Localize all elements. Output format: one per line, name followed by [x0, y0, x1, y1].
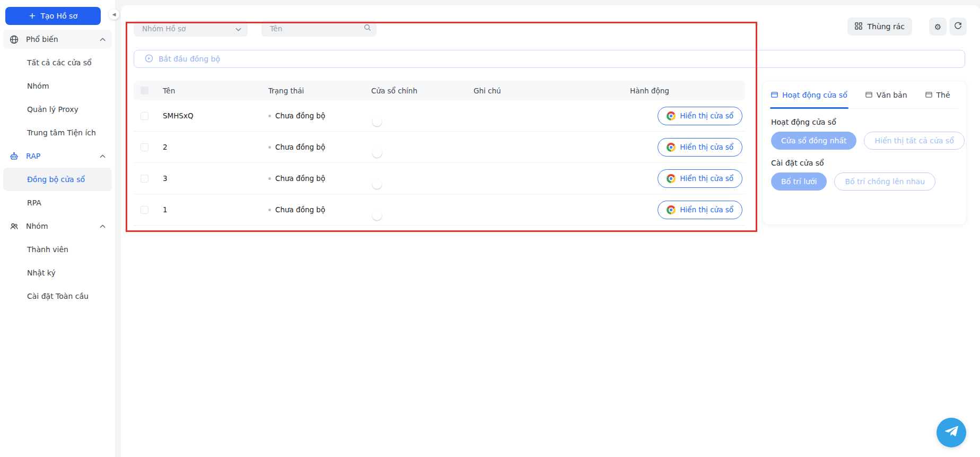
- status-dot: [268, 146, 271, 149]
- gear-icon: ⚙: [934, 23, 941, 31]
- chrome-icon: [667, 205, 676, 214]
- two-people-icon: [10, 222, 19, 231]
- chevron-down-icon: [235, 24, 241, 33]
- show-window-button[interactable]: Hiển thị cửa sổ: [658, 201, 742, 219]
- sidebar-group-team[interactable]: Nhóm: [3, 217, 112, 236]
- trash-button-label: Thùng rác: [867, 22, 905, 31]
- chevron-up-icon: [100, 154, 106, 158]
- row-checkbox[interactable]: [141, 112, 148, 120]
- sidebar-item-label: RPA: [27, 199, 41, 207]
- sidebar: + Tạo Hồ sơ Phổ biến Tất cả các cửa sổ N…: [0, 0, 115, 457]
- status-dot: [268, 115, 271, 117]
- grid-layout-button[interactable]: Bố trí lưới: [771, 173, 827, 191]
- sidebar-group-rap[interactable]: RAP: [3, 146, 112, 166]
- sidebar-item-label: Nhóm: [27, 82, 49, 90]
- create-profile-label: Tạo Hồ sơ: [40, 12, 77, 20]
- row-name: 1: [155, 205, 266, 214]
- sidebar-item-logs[interactable]: Nhật ký: [3, 261, 112, 284]
- status-dot: [268, 209, 271, 211]
- sidebar-item-window-sync[interactable]: Đồng bộ cửa sổ: [3, 168, 112, 191]
- trash-button[interactable]: Thùng rác: [847, 18, 912, 36]
- select-all-checkbox[interactable]: [141, 87, 148, 94]
- refresh-button[interactable]: [949, 18, 967, 36]
- column-header-name: Tên: [155, 87, 266, 95]
- settings-button[interactable]: ⚙: [929, 18, 947, 36]
- chevron-up-icon: [100, 38, 106, 41]
- toolbar-actions: Thùng rác ⚙: [847, 18, 967, 36]
- chrome-icon: [667, 111, 676, 120]
- show-window-label: Hiển thị cửa sổ: [680, 205, 733, 214]
- chrome-icon: [667, 174, 676, 183]
- status-text: Chưa đồng bộ: [275, 143, 325, 151]
- sidebar-group-popular[interactable]: Phổ biến: [3, 30, 112, 49]
- window-settings-buttons: Bố trí lưới Bố trí chồng lên nhau: [771, 173, 958, 191]
- sidebar-item-all-windows[interactable]: Tất cả các cửa sổ: [3, 51, 112, 74]
- status-text: Chưa đồng bộ: [275, 111, 325, 120]
- row-name: SMHSxQ: [155, 111, 266, 120]
- start-sync-button[interactable]: Bắt đầu đồng bộ: [134, 50, 965, 68]
- profile-group-select[interactable]: Nhóm Hồ sơ: [134, 20, 248, 37]
- tab-window-activity[interactable]: Hoạt động cửa sổ: [771, 81, 847, 108]
- telegram-plane-icon: [944, 424, 959, 441]
- sidebar-group-label: RAP: [26, 152, 40, 160]
- sidebar-item-global-settings[interactable]: Cài đặt Toàn cầu: [3, 284, 112, 308]
- panel-tabs: Hoạt động cửa sổ Văn bản Thẻ: [771, 81, 958, 109]
- sidebar-item-label: Nhật ký: [27, 269, 56, 277]
- status-text: Chưa đồng bộ: [275, 205, 325, 214]
- sidebar-nav: Phổ biến Tất cả các cửa sổ Nhóm Quản lý …: [0, 28, 115, 308]
- chevron-up-icon: [100, 225, 106, 228]
- refresh-icon: [954, 22, 962, 31]
- section-title-window-activity: Hoạt động cửa sổ: [771, 118, 958, 126]
- sidebar-item-proxy-manager[interactable]: Quản lý Proxy: [3, 98, 112, 121]
- sidebar-item-utility-center[interactable]: Trung tâm Tiện ích: [3, 121, 112, 144]
- show-window-label: Hiển thị cửa sổ: [680, 111, 733, 120]
- chevron-left-icon: ◀: [112, 12, 116, 17]
- tab-label: Thẻ: [937, 91, 950, 99]
- start-sync-label: Bắt đầu đồng bộ: [159, 55, 220, 63]
- window-actions-panel: Hoạt động cửa sổ Văn bản Thẻ Hoạt động c…: [762, 81, 967, 225]
- sidebar-item-rpa[interactable]: RPA: [3, 191, 112, 214]
- show-window-button[interactable]: Hiển thị cửa sổ: [658, 138, 742, 157]
- sidebar-item-members[interactable]: Thành viên: [3, 238, 112, 261]
- tab-cards[interactable]: Thẻ: [925, 81, 950, 108]
- column-header-main-window: Cửa sổ chính: [367, 87, 470, 95]
- row-checkbox[interactable]: [141, 175, 148, 183]
- tab-text[interactable]: Văn bản: [865, 81, 907, 108]
- telegram-fab[interactable]: [937, 418, 966, 447]
- magnifier-icon: [364, 24, 371, 33]
- status-text: Chưa đồng bộ: [275, 174, 325, 183]
- sidebar-group-label: Nhóm: [26, 222, 48, 230]
- window-icon: [865, 91, 872, 98]
- create-profile-button[interactable]: + Tạo Hồ sơ: [5, 7, 101, 25]
- section-title-window-settings: Cài đặt cửa sổ: [771, 159, 958, 167]
- column-header-status: Trạng thái: [266, 87, 367, 95]
- show-window-label: Hiển thị cửa sổ: [680, 143, 733, 151]
- show-window-button[interactable]: Hiển thị cửa sổ: [658, 169, 742, 188]
- grid-squares-icon: [855, 22, 862, 31]
- app-window: + Tạo Hồ sơ Phổ biến Tất cả các cửa sổ N…: [0, 0, 980, 457]
- show-all-windows-button[interactable]: Hiển thị tất cả cửa sổ: [864, 132, 964, 150]
- cascade-layout-button[interactable]: Bố trí chồng lên nhau: [834, 173, 935, 191]
- window-icon: [771, 91, 778, 98]
- table-row: SMHSxQ Chưa đồng bộ Hiển thị cửa sổ: [134, 100, 745, 132]
- chrome-icon: [667, 143, 676, 152]
- sidebar-item-label: Tất cả các cửa sổ: [27, 58, 92, 67]
- sidebar-item-label: Trung tâm Tiện ích: [27, 128, 96, 137]
- row-checkbox[interactable]: [141, 143, 148, 151]
- row-checkbox[interactable]: [141, 206, 148, 214]
- table-row: 3 Chưa đồng bộ Hiển thị cửa sổ: [134, 163, 745, 194]
- name-search-field: [261, 20, 377, 37]
- column-header-note: Ghi chú: [470, 87, 627, 95]
- play-circle-icon: [145, 54, 153, 64]
- name-search-input[interactable]: [270, 24, 364, 33]
- profiles-table: Tên Trạng thái Cửa sổ chính Ghi chú Hành…: [134, 81, 745, 226]
- sidebar-group-label: Phổ biến: [26, 35, 58, 44]
- uniform-window-button[interactable]: Cửa sổ đồng nhất: [771, 132, 856, 150]
- tab-label: Văn bản: [877, 91, 907, 99]
- show-window-button[interactable]: Hiển thị cửa sổ: [658, 107, 742, 125]
- row-name: 3: [155, 174, 266, 183]
- sidebar-item-label: Đồng bộ cửa sổ: [27, 175, 85, 184]
- globe-icon: [10, 35, 19, 44]
- sidebar-item-groups[interactable]: Nhóm: [3, 74, 112, 98]
- sidebar-collapse-button[interactable]: ◀: [109, 9, 119, 20]
